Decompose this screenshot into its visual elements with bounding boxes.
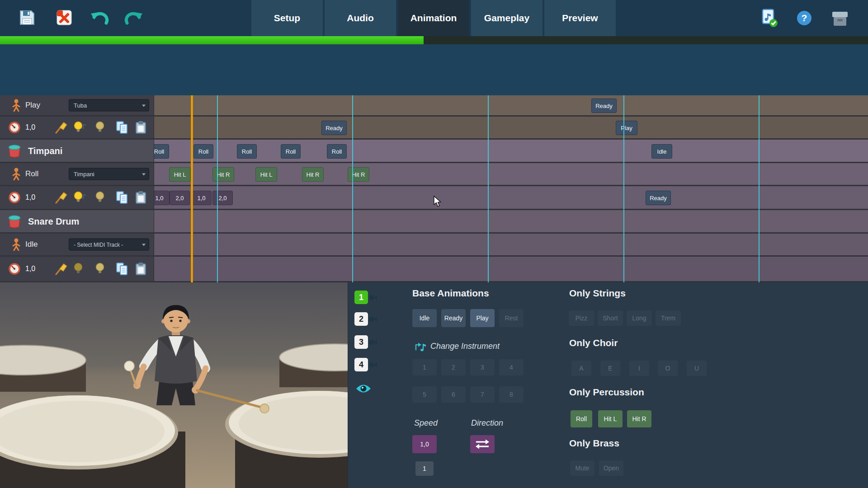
camera-2-button[interactable]: 2 [354, 312, 377, 326]
copy-icon[interactable] [116, 191, 129, 204]
anim-rest-button[interactable]: Rest [499, 309, 524, 327]
speed-event-badge[interactable]: 1,0 [191, 191, 212, 205]
track-lane[interactable]: 1,0 2,0 1,0 2,0 Ready [154, 186, 868, 209]
clear-brush-icon[interactable] [54, 191, 67, 204]
anim-event-badge[interactable]: Ready [646, 191, 671, 205]
instrument-3-button[interactable]: 3 [470, 359, 495, 375]
brass-open-button[interactable]: Open [599, 460, 623, 476]
track-lane[interactable]: Roll Roll Roll Roll Roll Idle [154, 140, 868, 162]
bulb-icon[interactable] [94, 262, 106, 276]
bulb-note-icon[interactable] [73, 121, 87, 134]
clear-brush-icon[interactable] [54, 121, 67, 134]
bulb-note-icon[interactable] [73, 191, 87, 204]
anim-event-badge[interactable]: Roll [237, 144, 257, 159]
redo-button[interactable] [124, 11, 144, 27]
anim-event-badge[interactable]: Roll [193, 144, 213, 159]
midi-track-dropdown[interactable]: - Select MIDI Track - [69, 239, 149, 251]
anim-event-badge[interactable]: Ready [591, 99, 617, 113]
strings-short-button[interactable]: Short [598, 310, 623, 326]
paste-icon[interactable] [135, 121, 147, 134]
percussion-roll-button[interactable]: Roll [571, 410, 592, 427]
anim-event-badge[interactable]: Hit R [348, 167, 369, 182]
track-lane[interactable]: Hit L Hit R Hit L Hit R Hit R [154, 163, 868, 185]
playhead[interactable] [191, 95, 193, 282]
direction-button[interactable] [470, 435, 495, 453]
choir-a-button[interactable]: A [571, 361, 591, 376]
anim-event-badge[interactable]: Hit L [169, 167, 191, 182]
track-lane[interactable]: Ready [154, 95, 868, 115]
paste-icon[interactable] [135, 262, 147, 276]
speed-value-button[interactable]: 1,0 [412, 435, 437, 453]
brass-mute-button[interactable]: Mute [570, 460, 594, 476]
choir-o-button[interactable]: O [658, 361, 678, 376]
copy-icon[interactable] [116, 262, 129, 276]
instrument-7-button[interactable]: 7 [470, 386, 495, 403]
speed-event-badge[interactable]: 2,0 [170, 191, 190, 205]
bulb-icon[interactable] [94, 121, 106, 134]
gauge-icon [8, 121, 21, 134]
viewport-3d[interactable] [0, 282, 348, 488]
tab-gameplay[interactable]: Gameplay [471, 0, 542, 36]
anim-ready-button[interactable]: Ready [441, 309, 466, 327]
camera-number: 2 [354, 312, 368, 326]
bulb-note-icon[interactable] [73, 262, 87, 276]
anim-event-badge[interactable]: Hit R [212, 167, 234, 182]
camera-number: 3 [354, 335, 368, 349]
strings-pizz-button[interactable]: Pizz [569, 310, 594, 326]
instrument-4-button[interactable]: 4 [499, 359, 524, 375]
export-score-button[interactable] [760, 9, 778, 28]
undo-icon [90, 11, 109, 27]
camera-4-button[interactable]: 4 [354, 358, 377, 371]
anim-event-badge[interactable]: Play [616, 121, 637, 135]
instrument-5-button[interactable]: 5 [412, 386, 437, 403]
track-lane[interactable] [154, 210, 868, 232]
clear-brush-icon[interactable] [54, 262, 67, 276]
delete-button[interactable] [55, 9, 73, 27]
percussion-hitl-button[interactable]: Hit L [598, 410, 623, 427]
bulb-icon[interactable] [94, 191, 106, 204]
anim-event-badge[interactable]: Idle [651, 144, 672, 159]
percussion-hitr-button[interactable]: Hit R [627, 410, 651, 427]
choir-e-button[interactable]: E [600, 361, 620, 376]
copy-icon[interactable] [116, 121, 129, 134]
choir-i-button[interactable]: I [629, 361, 649, 376]
track-panel: Roll Timpani [0, 163, 154, 185]
anim-play-button[interactable]: Play [470, 309, 495, 327]
tab-animation[interactable]: Animation [398, 0, 469, 36]
tab-audio[interactable]: Audio [325, 0, 396, 36]
anim-event-badge[interactable]: Ready [321, 121, 347, 135]
tab-preview[interactable]: Preview [544, 0, 616, 36]
anim-event-badge[interactable]: Hit L [255, 167, 277, 182]
instrument-1-button[interactable]: 1 [412, 359, 437, 375]
speed-step-button[interactable]: 1 [415, 461, 434, 476]
instrument-8-button[interactable]: 8 [499, 386, 524, 403]
anim-event-badge[interactable]: Hit R [302, 167, 324, 182]
speed-event-badge[interactable]: 1,0 [154, 191, 170, 205]
speed-event-badge[interactable]: 2,0 [212, 191, 233, 205]
instrument-2-button[interactable]: 2 [441, 359, 466, 375]
library-button[interactable] [831, 11, 849, 27]
anim-idle-button[interactable]: Idle [412, 309, 437, 327]
strings-trem-button[interactable]: Trem [656, 310, 681, 326]
choir-u-button[interactable]: U [687, 361, 707, 376]
help-button[interactable]: ? [796, 10, 812, 26]
anim-event-badge[interactable]: Roll [327, 144, 347, 159]
track-panel: Idle - Select MIDI Track - [0, 234, 154, 255]
instrument-6-button[interactable]: 6 [441, 386, 466, 403]
midi-track-dropdown[interactable]: Timpani [69, 168, 149, 180]
camera-1-button[interactable]: 1 [354, 291, 377, 304]
track-lane[interactable] [154, 234, 868, 255]
track-lane[interactable] [154, 257, 868, 281]
undo-button[interactable] [90, 11, 109, 27]
gauge-icon [8, 191, 21, 204]
strings-long-button[interactable]: Long [627, 310, 652, 326]
paste-icon[interactable] [135, 191, 147, 204]
camera-3-button[interactable]: 3 [354, 335, 377, 349]
midi-track-dropdown[interactable]: Tuba [69, 99, 149, 112]
track-lane[interactable]: Ready Play [154, 117, 868, 138]
visibility-toggle[interactable] [355, 383, 372, 394]
save-button[interactable] [18, 9, 36, 27]
tab-setup[interactable]: Setup [251, 0, 323, 36]
anim-event-badge[interactable]: Roll [281, 144, 301, 159]
anim-event-badge[interactable]: Roll [154, 144, 169, 159]
